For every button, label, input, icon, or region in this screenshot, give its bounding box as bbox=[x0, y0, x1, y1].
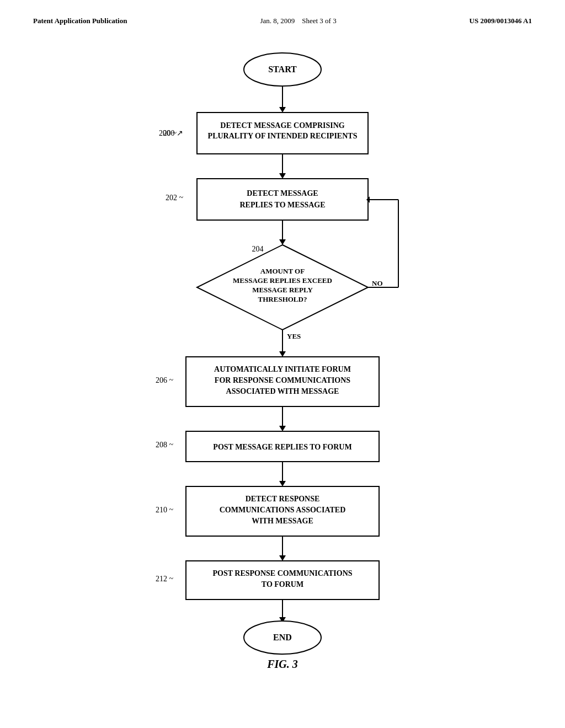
step-206-line1: AUTOMATICALLY INITIATE FORUM bbox=[214, 365, 351, 373]
flowchart-container: START DETECT MESSAGE COMPRISING PLURALIT… bbox=[33, 36, 532, 671]
diamond-line1: AMOUNT OF bbox=[260, 267, 305, 275]
step-210-line3: WITH MESSAGE bbox=[252, 517, 313, 525]
no-label: NO bbox=[372, 279, 383, 287]
step-num-212: 212 ~ bbox=[156, 575, 174, 583]
step-212-line1: POST RESPONSE COMMUNICATIONS bbox=[212, 569, 352, 577]
step-num-208: 208 ~ bbox=[156, 441, 174, 449]
svg-marker-23 bbox=[279, 555, 286, 561]
step-num-210: 210 ~ bbox=[156, 506, 174, 514]
header-right: US 2009/0013046 A1 bbox=[470, 17, 532, 25]
header-left: Patent Application Publication bbox=[33, 17, 127, 25]
svg-marker-2 bbox=[279, 107, 286, 113]
start-label: START bbox=[268, 65, 297, 74]
svg-marker-20 bbox=[279, 481, 286, 486]
step-206-line3: ASSOCIATED WITH MESSAGE bbox=[226, 387, 339, 395]
step-num-206: 206 ~ bbox=[156, 376, 174, 384]
step-202-line2: REPLIES TO MESSAGE bbox=[239, 201, 325, 209]
svg-marker-17 bbox=[279, 426, 286, 431]
page: Patent Application Publication Jan. 8, 2… bbox=[0, 0, 565, 728]
diamond-line4: THRESHOLD? bbox=[258, 295, 307, 303]
step-210-line2: COMMUNICATIONS ASSOCIATED bbox=[220, 506, 346, 514]
step-num-202: 202 ~ bbox=[166, 194, 184, 202]
flowchart-svg: START DETECT MESSAGE COMPRISING PLURALIT… bbox=[89, 36, 476, 671]
step-210-line1: DETECT RESPONSE bbox=[246, 495, 320, 503]
yes-label: YES bbox=[287, 332, 301, 340]
svg-marker-5 bbox=[279, 173, 286, 179]
end-label: END bbox=[273, 633, 292, 642]
svg-marker-14 bbox=[279, 351, 286, 357]
step-200-line1: DETECT MESSAGE COMPRISING bbox=[220, 121, 344, 130]
step-num-200-val: 200 ~ bbox=[159, 129, 177, 137]
header-center: Jan. 8, 2009 Sheet 3 of 3 bbox=[260, 17, 336, 25]
header-date: Jan. 8, 2009 bbox=[260, 17, 295, 25]
step-202-line1: DETECT MESSAGE bbox=[247, 189, 318, 197]
step-212-line2: TO FORUM bbox=[262, 580, 303, 588]
svg-rect-6 bbox=[197, 179, 368, 220]
step-206-line2: FOR RESPONSE COMMUNICATIONS bbox=[215, 376, 351, 384]
svg-marker-8 bbox=[279, 239, 286, 245]
step-208-text: POST MESSAGE REPLIES TO FORUM bbox=[213, 443, 351, 451]
header-sheet: Sheet 3 of 3 bbox=[302, 17, 336, 25]
step-200-line2: PLURALITY OF INTENDED RECIPIENTS bbox=[208, 132, 358, 140]
page-header: Patent Application Publication Jan. 8, 2… bbox=[33, 17, 532, 25]
fig-caption: FIG. 3 bbox=[266, 658, 298, 670]
diamond-line3: MESSAGE REPLY bbox=[252, 286, 313, 294]
step-num-204: 204 bbox=[252, 245, 264, 253]
diamond-line2: MESSAGE REPLIES EXCEED bbox=[233, 276, 332, 285]
